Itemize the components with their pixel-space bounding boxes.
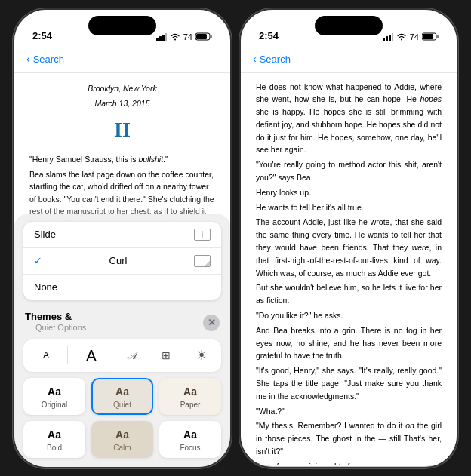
font-small-btn[interactable]: A: [37, 349, 55, 362]
check-icon: ✓: [34, 255, 42, 266]
svg-rect-2: [162, 35, 165, 41]
svg-point-13: [401, 38, 402, 40]
para-1: "Henry Samuel Strauss, this is bullshit.…: [29, 153, 215, 165]
theme-focus[interactable]: Aa Focus: [159, 421, 221, 458]
book-content-right: He does not know what happened to Addie,…: [241, 73, 457, 465]
right-para-9: "It's good, Henry," she says. "It's real…: [256, 364, 442, 402]
slide-icon: [194, 229, 211, 241]
theme-calm-preview: Aa: [93, 422, 152, 444]
phones-container: 2:54 74: [13, 8, 458, 468]
theme-bold-preview: Aa: [25, 422, 84, 444]
transition-menu: Slide ✓ Curl None: [23, 222, 221, 300]
dynamic-island: [88, 16, 156, 35]
font-large-btn[interactable]: A: [80, 345, 102, 366]
overlay-panel: Slide ✓ Curl None Themes &: [14, 214, 230, 467]
svg-point-4: [174, 38, 176, 40]
transition-slide[interactable]: Slide: [23, 222, 221, 248]
time-right: 2:54: [259, 30, 279, 41]
layout-icon[interactable]: ⊞: [162, 349, 171, 361]
svg-rect-11: [389, 35, 391, 41]
status-icons-right: 74: [383, 32, 439, 41]
chapter-number: II: [29, 113, 215, 147]
right-para-2: "You're really going to method actor thi…: [256, 158, 442, 184]
right-para-8: And Bea breaks into a grin. There is no …: [256, 324, 442, 362]
theme-focus-label: Focus: [161, 444, 220, 456]
chevron-icon-right: ‹: [253, 53, 257, 65]
theme-paper-preview: Aa: [161, 379, 220, 401]
svg-rect-6: [196, 34, 207, 39]
theme-original-preview: Aa: [25, 379, 84, 401]
nav-bar-left[interactable]: ‹ Search: [14, 46, 230, 73]
svg-rect-7: [211, 35, 212, 38]
theme-original[interactable]: Aa Original: [23, 378, 85, 415]
svg-rect-15: [423, 34, 433, 39]
svg-rect-12: [392, 33, 393, 41]
right-para-7: "Do you like it?" he asks.: [256, 309, 442, 322]
battery-icon-right: [422, 32, 439, 41]
themes-title: Themes &: [25, 311, 72, 322]
right-para-11: "My thesis. Remember? I wanted to do it …: [256, 419, 442, 457]
dynamic-island-right: [315, 16, 383, 35]
book-date: March 13, 2015: [29, 97, 215, 110]
curl-label: Curl: [109, 255, 128, 266]
font-controls: A A 𝒜 ⊞ ☀: [23, 339, 221, 372]
transition-none[interactable]: None: [23, 275, 221, 300]
svg-rect-1: [159, 36, 162, 41]
back-label-left[interactable]: Search: [33, 54, 64, 65]
theme-paper-label: Paper: [161, 401, 220, 413]
right-para-3: Henry looks up.: [256, 186, 442, 199]
right-para-1: He does not know what happened to Addie,…: [256, 81, 442, 157]
svg-rect-10: [386, 36, 388, 41]
theme-bold[interactable]: Aa Bold: [23, 421, 85, 458]
back-label-right[interactable]: Search: [260, 54, 291, 65]
close-button[interactable]: ✕: [203, 315, 220, 331]
svg-rect-0: [156, 38, 159, 41]
status-icons-left: 74: [156, 32, 212, 41]
right-para-5: The account Addie, just like he wrote, t…: [256, 216, 442, 279]
svg-rect-9: [383, 38, 385, 41]
svg-rect-3: [165, 33, 167, 41]
brightness-icon[interactable]: ☀: [195, 347, 208, 364]
none-label: None: [34, 281, 57, 293]
right-para-12: And of course, it is. ught of: [256, 460, 442, 465]
theme-grid: Aa Original Aa Quiet Aa Paper Aa Bold Aa: [14, 378, 230, 467]
theme-quiet-label: Quiet: [93, 401, 152, 413]
back-button-right[interactable]: ‹ Search: [253, 53, 291, 65]
font-divider-2: [115, 346, 115, 364]
right-para-10: "What?": [256, 405, 442, 418]
right-para-4: He wants to tell her it's all true.: [256, 201, 442, 214]
battery-right: 74: [410, 32, 419, 41]
book-location: Brooklyn, New York: [29, 82, 215, 95]
themes-title-area: Themes & Quiet Options: [25, 309, 97, 336]
right-phone: 2:54 74: [239, 8, 458, 468]
time-left: 2:54: [32, 30, 52, 41]
theme-focus-preview: Aa: [161, 422, 220, 444]
wifi-icon-right: [396, 33, 407, 41]
themes-header: Themes & Quiet Options ✕: [14, 305, 230, 339]
slide-label: Slide: [34, 229, 56, 240]
theme-quiet-preview: Aa: [93, 379, 152, 401]
battery-left: 74: [183, 32, 192, 41]
left-phone: 2:54 74: [13, 8, 232, 468]
theme-calm-label: Calm: [93, 444, 152, 456]
chevron-icon-left: ‹: [26, 53, 30, 65]
theme-quiet[interactable]: Aa Quiet: [91, 378, 153, 415]
font-divider-1: [67, 346, 68, 364]
font-divider-3: [149, 346, 149, 364]
battery-icon-left: [195, 32, 212, 41]
nav-bar-right[interactable]: ‹ Search: [241, 46, 457, 73]
wifi-icon: [170, 33, 180, 41]
font-type-icon[interactable]: 𝒜: [128, 349, 137, 362]
signal-icon: [156, 33, 167, 41]
right-para-6: But she wouldn't believe him, so he lets…: [256, 281, 442, 307]
theme-paper[interactable]: Aa Paper: [159, 378, 221, 415]
svg-rect-16: [437, 35, 439, 38]
quiet-options: Quiet Options: [25, 323, 97, 336]
none-icon: [194, 281, 211, 293]
theme-bold-label: Bold: [25, 444, 84, 456]
transition-curl[interactable]: ✓ Curl: [23, 248, 221, 275]
font-divider-4: [183, 346, 183, 364]
theme-original-label: Original: [25, 401, 84, 413]
back-button-left[interactable]: ‹ Search: [26, 53, 64, 65]
theme-calm[interactable]: Aa Calm: [91, 421, 153, 458]
